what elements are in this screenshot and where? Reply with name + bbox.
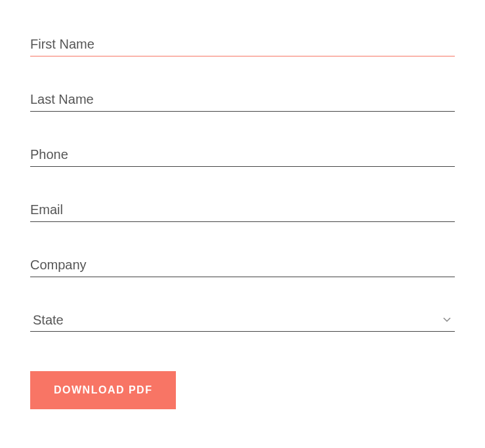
state-field: State	[30, 309, 455, 332]
state-select-wrapper: State	[30, 309, 455, 332]
state-select[interactable]: State	[30, 309, 455, 332]
download-pdf-button[interactable]: DOWNLOAD PDF	[30, 371, 176, 409]
first-name-input[interactable]	[30, 33, 455, 56]
contact-form: State DOWNLOAD PDF	[30, 33, 455, 409]
phone-field	[30, 143, 455, 167]
last-name-input[interactable]	[30, 88, 455, 112]
company-input[interactable]	[30, 254, 455, 277]
first-name-field	[30, 33, 455, 56]
company-field	[30, 254, 455, 277]
email-input[interactable]	[30, 198, 455, 222]
email-field	[30, 198, 455, 222]
phone-input[interactable]	[30, 143, 455, 167]
last-name-field	[30, 88, 455, 112]
